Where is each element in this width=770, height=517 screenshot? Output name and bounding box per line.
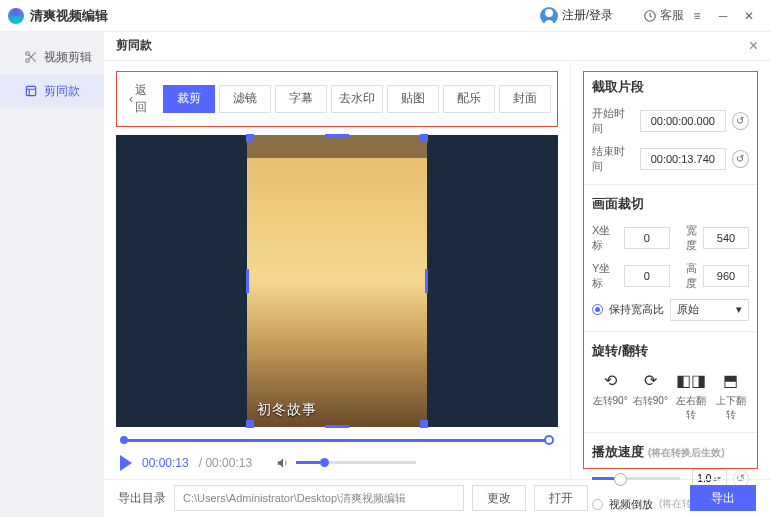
time-current: 00:00:13 — [142, 456, 189, 470]
svg-point-1 — [26, 52, 30, 56]
time-total: / 00:00:13 — [199, 456, 252, 470]
headset-icon — [643, 9, 657, 23]
crop-w-label: 宽度 — [676, 223, 697, 253]
crop-w-input[interactable] — [703, 227, 749, 249]
titlebar: 清爽视频编辑 注册/登录 客服 ≡ ─ ✕ — [0, 0, 770, 32]
toolbar: ‹ 返回 裁剪 滤镜 字幕 去水印 贴图 配乐 封面 — [116, 71, 558, 127]
crop-x-label: X坐标 — [592, 223, 618, 253]
close-panel-button[interactable]: × — [749, 37, 758, 55]
end-time-input[interactable] — [640, 148, 726, 170]
crop-edge-left[interactable] — [246, 269, 249, 293]
speed-hint: (将在转换后生效) — [648, 446, 725, 460]
minimize-button[interactable]: ─ — [710, 4, 736, 28]
keep-ratio-radio[interactable] — [592, 304, 603, 315]
crop-h-input[interactable] — [703, 265, 749, 287]
flip-vertical-icon: ⬒ — [713, 370, 749, 392]
start-time-label: 开始时间 — [592, 106, 634, 136]
crop-handle-br[interactable] — [420, 420, 428, 428]
sidebar-item-label: 视频剪辑 — [44, 49, 92, 66]
app-title: 清爽视频编辑 — [30, 7, 108, 25]
crop-y-label: Y坐标 — [592, 261, 618, 291]
section-rotate-title: 旋转/翻转 — [592, 342, 749, 360]
tab-watermark[interactable]: 去水印 — [331, 85, 383, 113]
end-time-label: 结束时间 — [592, 144, 634, 174]
flip-horizontal-label: 左右翻转 — [673, 394, 709, 422]
panel-title: 剪同款 — [116, 37, 152, 54]
sidebar-item-video-edit[interactable]: 视频剪辑 — [0, 40, 104, 74]
service-label: 客服 — [660, 7, 684, 24]
rotate-left-label: 左转90° — [592, 394, 628, 408]
tab-subtitle[interactable]: 字幕 — [275, 85, 327, 113]
sidebar-item-template[interactable]: 剪同款 — [0, 74, 104, 108]
section-clip-title: 截取片段 — [592, 78, 749, 96]
ratio-value: 原始 — [677, 302, 699, 317]
tab-crop[interactable]: 裁剪 — [163, 85, 215, 113]
content-header: 剪同款 × — [104, 32, 770, 61]
menu-button[interactable]: ≡ — [684, 4, 710, 28]
crop-y-input[interactable] — [624, 265, 670, 287]
volume-slider[interactable] — [296, 461, 416, 464]
speed-slider[interactable] — [592, 477, 680, 480]
rotate-left-icon: ⟲ — [592, 370, 628, 392]
start-time-input[interactable] — [640, 110, 726, 132]
section-speed-title: 播放速度 — [592, 443, 644, 461]
chevron-left-icon: ‹ — [129, 92, 133, 106]
back-label: 返回 — [135, 82, 153, 116]
crop-edge-bottom[interactable] — [325, 425, 349, 428]
timeline-track[interactable] — [122, 439, 552, 442]
play-button[interactable] — [120, 455, 132, 471]
crop-x-input[interactable] — [624, 227, 670, 249]
back-button[interactable]: ‹ 返回 — [123, 78, 159, 120]
close-window-button[interactable]: ✕ — [736, 4, 762, 28]
open-dir-button[interactable]: 打开 — [534, 485, 588, 511]
rotate-right-label: 右转90° — [632, 394, 668, 408]
timeline-start-handle[interactable] — [120, 436, 128, 444]
app-logo-icon — [8, 8, 24, 24]
set-start-now-button[interactable]: ↺ — [732, 112, 749, 130]
keep-ratio-label: 保持宽高比 — [609, 302, 664, 317]
tab-cover[interactable]: 封面 — [499, 85, 551, 113]
timeline[interactable] — [116, 433, 558, 447]
crop-handle-tr[interactable] — [420, 134, 428, 142]
crop-frame[interactable]: 初冬故事 — [247, 135, 427, 427]
footer: 导出目录 更改 打开 导出 — [104, 479, 770, 517]
flip-horizontal-icon: ◧◨ — [673, 370, 709, 392]
properties-panel: 截取片段 开始时间 ↺ 结束时间 ↺ 画面裁切 X坐标 — [583, 71, 758, 469]
sidebar-item-label: 剪同款 — [44, 83, 80, 100]
template-icon — [24, 84, 38, 98]
crop-h-label: 高度 — [676, 261, 697, 291]
crop-edge-right[interactable] — [425, 269, 428, 293]
flip-vertical-button[interactable]: ⬒ 上下翻转 — [713, 370, 749, 422]
export-dir-label: 导出目录 — [118, 490, 166, 507]
export-button[interactable]: 导出 — [690, 485, 756, 511]
volume-icon[interactable] — [276, 456, 290, 470]
crop-handle-tl[interactable] — [246, 134, 254, 142]
tab-filter[interactable]: 滤镜 — [219, 85, 271, 113]
rotate-right-icon: ⟳ — [632, 370, 668, 392]
export-path-input[interactable] — [174, 485, 464, 511]
rotate-right-button[interactable]: ⟳ 右转90° — [632, 370, 668, 422]
chevron-down-icon: ▾ — [736, 303, 742, 316]
tab-sticker[interactable]: 贴图 — [387, 85, 439, 113]
change-dir-button[interactable]: 更改 — [472, 485, 526, 511]
ratio-select[interactable]: 原始 ▾ — [670, 299, 749, 321]
svg-rect-3 — [26, 86, 35, 95]
playback-controls: 00:00:13 / 00:00:13 — [116, 455, 558, 471]
section-crop-title: 画面裁切 — [592, 195, 749, 213]
avatar-icon — [540, 7, 558, 25]
reverse-radio[interactable] — [592, 499, 603, 510]
crop-handle-bl[interactable] — [246, 420, 254, 428]
flip-horizontal-button[interactable]: ◧◨ 左右翻转 — [673, 370, 709, 422]
set-end-now-button[interactable]: ↺ — [732, 150, 749, 168]
video-preview[interactable]: 初冬故事 — [116, 135, 558, 427]
rotate-left-button[interactable]: ⟲ 左转90° — [592, 370, 628, 422]
crop-edge-top[interactable] — [325, 134, 349, 137]
service-link[interactable]: 客服 — [643, 7, 684, 24]
login-link[interactable]: 注册/登录 — [562, 7, 613, 24]
flip-vertical-label: 上下翻转 — [713, 394, 749, 422]
timeline-end-handle[interactable] — [544, 435, 554, 445]
tab-music[interactable]: 配乐 — [443, 85, 495, 113]
svg-point-2 — [26, 59, 30, 63]
preview-caption: 初冬故事 — [257, 401, 317, 419]
scissors-icon — [24, 50, 38, 64]
